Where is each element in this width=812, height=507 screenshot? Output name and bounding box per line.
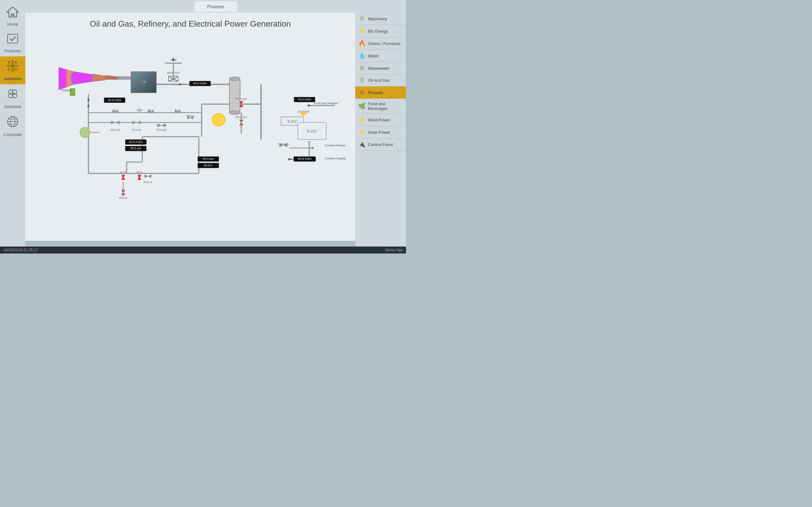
- process-icon: ⚙: [358, 89, 365, 96]
- svg-rect-34: [70, 89, 75, 96]
- svg-text:20.9 m3/s: 20.9 m3/s: [129, 140, 142, 144]
- windpower-icon: ⚡: [358, 116, 365, 123]
- main-content: Oil and Gas, Refinery, and Electrical Po…: [26, 13, 355, 241]
- svg-marker-26: [74, 72, 93, 84]
- svg-text:FCV-01: FCV-01: [132, 128, 141, 131]
- svg-rect-10: [15, 61, 17, 63]
- timestamp: 10/29/2018 21:35:17: [0, 248, 385, 252]
- svg-text:Coolant Supply: Coolant Supply: [325, 157, 346, 160]
- svg-marker-137: [121, 176, 125, 180]
- right-item-food[interactable]: 🌿 Food and Beverages: [355, 99, 406, 114]
- svg-point-49: [229, 111, 240, 114]
- svg-text:PCV-2: PCV-2: [119, 196, 128, 200]
- svg-marker-89: [87, 98, 90, 101]
- sidebar-item-solutions[interactable]: Solutions: [0, 84, 26, 112]
- sidebar-label-solutions: Solutions: [4, 104, 21, 109]
- svg-marker-127: [157, 124, 161, 127]
- svg-point-97: [80, 127, 90, 137]
- svg-text:FCV-02: FCV-02: [110, 128, 120, 131]
- home-icon: [6, 6, 19, 20]
- svg-text:PCV-3: PCV-3: [186, 114, 194, 118]
- svg-marker-143: [144, 175, 148, 178]
- right-item-oilandgas[interactable]: 🛢 Oil And Gas: [355, 74, 406, 87]
- solarpower-icon: ⚡: [358, 129, 365, 135]
- svg-marker-144: [148, 175, 151, 178]
- svg-rect-11: [8, 68, 10, 70]
- svg-marker-67: [308, 105, 311, 107]
- svg-text:E-221: E-221: [307, 129, 317, 133]
- svg-text:80.9 m3/s: 80.9 m3/s: [298, 157, 311, 160]
- industries-icon: [6, 60, 19, 75]
- svg-rect-12: [15, 68, 17, 70]
- svg-rect-5: [12, 60, 13, 62]
- right-item-process[interactable]: ⚙ Process: [355, 87, 406, 99]
- svg-marker-27: [93, 74, 105, 81]
- svg-text:10.9 m3/s: 10.9 m3/s: [107, 98, 121, 102]
- bioenergy-icon: ⚡: [358, 27, 365, 35]
- svg-text:E-222: E-222: [288, 119, 297, 123]
- svg-text:60.9 F: 60.9 F: [204, 164, 212, 167]
- svg-text:Starter: Starter: [61, 89, 71, 92]
- right-label-food: Food and Beverages: [368, 101, 403, 111]
- right-sidebar: ⚙ Machinery ⚡ Bio Energy 🔥 Ovens / Furna…: [355, 0, 406, 253]
- diagram-title: Oil and Gas, Refinery, and Electrical Po…: [26, 13, 355, 32]
- sidebar-label-corporate: Corporate: [3, 132, 22, 137]
- right-label-windpower: Wind Power: [368, 118, 390, 122]
- svg-marker-128: [161, 124, 165, 127]
- right-item-windpower[interactable]: ⚡ Wind Power: [355, 114, 406, 126]
- svg-text:Coolant Return: Coolant Return: [325, 144, 346, 147]
- svg-rect-2: [8, 34, 18, 43]
- svg-marker-29: [118, 76, 131, 79]
- sidebar-item-corporate[interactable]: Corporate: [0, 112, 26, 140]
- solutions-icon: [6, 88, 19, 103]
- sidebar-item-features[interactable]: Features: [0, 30, 26, 56]
- right-label-controlpanel: Control Panel: [368, 142, 393, 147]
- process-diagram: T.P Starter Vent BDV-222 40.9 m3/s: [26, 35, 355, 219]
- process-tab-label: Process: [207, 4, 224, 9]
- corporate-icon: [6, 115, 19, 131]
- svg-rect-1: [11, 14, 14, 17]
- sidebar-item-industries[interactable]: Industries: [0, 56, 26, 84]
- food-icon: 🌿: [358, 103, 365, 110]
- sidebar-item-home[interactable]: Home: [0, 3, 26, 30]
- svg-text:70.9 m3/s: 70.9 m3/s: [298, 98, 311, 101]
- right-label-wastewater: Wastewater: [368, 66, 390, 71]
- svg-rect-47: [229, 78, 240, 112]
- svg-point-50: [212, 113, 225, 126]
- svg-text:SV-2: SV-2: [120, 171, 126, 174]
- top-header: Process Welcome, Guest: [26, 0, 406, 13]
- right-label-oilandgas: Oil And Gas: [368, 78, 390, 83]
- svg-text:PCV-4: PCV-4: [144, 181, 152, 184]
- oilandgas-icon: 🛢: [358, 77, 365, 83]
- ovens-icon: 🔥: [358, 40, 365, 47]
- svg-text:40.9 m3/s: 40.9 m3/s: [193, 81, 207, 85]
- svg-marker-82: [288, 158, 292, 160]
- water-icon: 💧: [358, 52, 365, 59]
- svg-text:PCV-221: PCV-221: [236, 97, 247, 101]
- right-item-controlpanel[interactable]: 🔌 Control Panel: [355, 138, 406, 151]
- features-icon: [6, 33, 19, 47]
- left-sidebar: Home Features: [0, 0, 26, 253]
- process-tab[interactable]: Process: [194, 1, 237, 12]
- machinery-icon: ⚙: [358, 15, 365, 22]
- svg-point-4: [11, 65, 14, 67]
- right-item-machinery[interactable]: ⚙ Machinery: [355, 13, 406, 25]
- wastewater-icon: ♻: [358, 65, 365, 72]
- svg-text:Fuel Gas Header: Fuel Gas Header: [314, 101, 338, 105]
- svg-marker-90: [87, 103, 90, 107]
- svg-rect-8: [16, 65, 18, 66]
- right-item-wastewater[interactable]: ♻ Wastewater: [355, 62, 406, 74]
- svg-marker-140: [137, 176, 141, 180]
- app-name: Demo App: [385, 248, 406, 252]
- svg-marker-28: [105, 75, 118, 79]
- svg-text:PCV-01: PCV-01: [157, 128, 166, 131]
- svg-text:30.9 psi: 30.9 psi: [131, 147, 141, 150]
- right-item-water[interactable]: 💧 Water: [355, 50, 406, 62]
- controlpanel-icon: 🔌: [358, 141, 365, 148]
- right-label-ovens: Ovens / Furnaces: [368, 41, 401, 46]
- svg-rect-9: [8, 61, 10, 63]
- right-item-ovens[interactable]: 🔥 Ovens / Furnaces: [355, 38, 406, 50]
- right-item-solarpower[interactable]: ⚡ Solar Power: [355, 126, 406, 138]
- svg-text:BDV-222: BDV-222: [167, 71, 180, 74]
- right-item-bioenergy[interactable]: ⚡ Bio Energy: [355, 25, 406, 38]
